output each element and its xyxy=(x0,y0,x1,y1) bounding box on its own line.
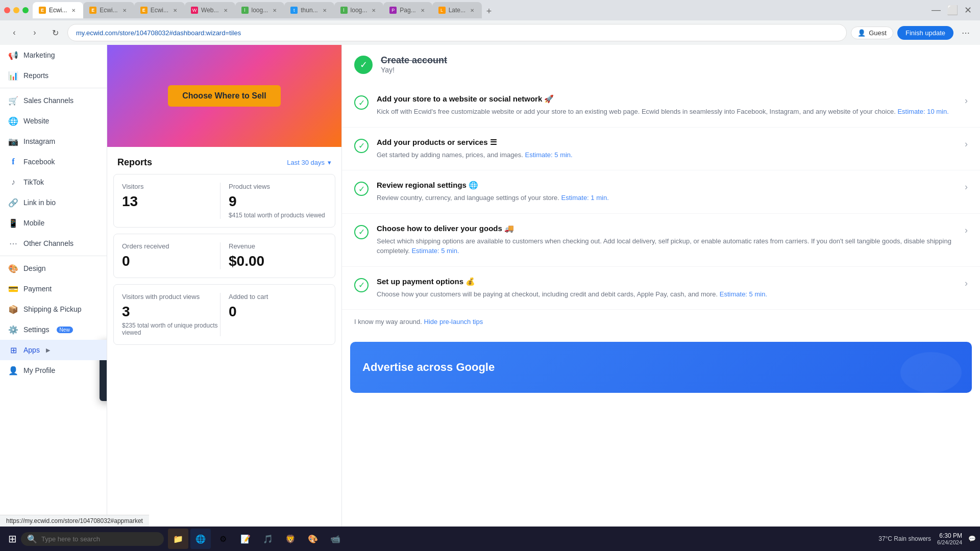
checklist-check-icon: ✓ xyxy=(354,182,369,196)
checklist-item-desc: Review country, currency, and language s… xyxy=(377,193,957,203)
instagram-icon: 📷 xyxy=(8,136,18,146)
visitors-label: Visitors xyxy=(122,183,220,190)
start-btn[interactable]: ⊞ xyxy=(4,531,21,547)
sidebar-item-website[interactable]: 🌐 Website xyxy=(0,111,107,131)
taskbar-app-zoom[interactable]: 📹 xyxy=(325,529,346,549)
extensions-btn[interactable]: ⋯ xyxy=(958,24,974,41)
sidebar-item-other-channels[interactable]: ⋯ Other Channels xyxy=(0,233,107,254)
taskbar-app-photoshop[interactable]: 🎨 xyxy=(303,529,323,549)
visitors-value: 13 xyxy=(122,193,220,210)
know-way-section: I know my way around. Hide pre-launch ti… xyxy=(342,310,980,334)
advertise-decoration xyxy=(900,352,962,393)
checklist-check-icon: ✓ xyxy=(354,95,369,110)
browser-tab[interactable]: E Ecwi... ✕ xyxy=(134,2,185,18)
checklist-item-title: Add your products or services ☰ xyxy=(377,138,957,147)
sidebar-item-payment[interactable]: 💳 Payment xyxy=(0,279,107,299)
stats-orders: Orders received 0 xyxy=(122,242,220,269)
hide-tips-link[interactable]: Hide pre-launch tips xyxy=(424,318,483,325)
guest-label: Guest xyxy=(869,29,887,37)
browser-tab[interactable]: P Pag... ✕ xyxy=(383,2,432,18)
tab-close-btn[interactable]: ✕ xyxy=(70,7,77,14)
my-profile-icon: 👤 xyxy=(8,365,18,375)
sidebar-item-design[interactable]: 🎨 Design xyxy=(0,258,107,279)
taskbar-app-spotify[interactable]: 🎵 xyxy=(258,529,278,549)
taskbar-app-chrome[interactable]: 🌐 xyxy=(190,529,211,549)
back-btn[interactable]: ‹ xyxy=(6,24,22,41)
sidebar-item-tiktok[interactable]: ♪ TikTok xyxy=(0,172,107,192)
visitors-with-views-sub: $235 total worth of unique products view… xyxy=(122,322,220,336)
taskbar-app-vscode[interactable]: 📝 xyxy=(235,529,256,549)
browser-tab[interactable]: l loog... ✕ xyxy=(235,2,285,18)
address-bar[interactable]: my.ecwid.com/store/104708032#dashboard:w… xyxy=(67,24,847,41)
checklist-item-payment[interactable]: ✓ Set up payment options 💰 Choose how yo… xyxy=(342,267,980,310)
taskbar-search-input[interactable] xyxy=(41,535,158,543)
dropdown-item-custom-dev[interactable]: Custom Development xyxy=(100,381,107,401)
checklist-item-delivery[interactable]: ✓ Choose how to deliver your goods 🚚 Sel… xyxy=(342,214,980,267)
taskbar-app-brave[interactable]: 🦁 xyxy=(280,529,301,549)
checklist-item-regional[interactable]: ✓ Review regional settings 🌐 Review coun… xyxy=(342,170,980,214)
dropdown-item-my-apps[interactable]: My Apps xyxy=(100,360,107,381)
sidebar-divider xyxy=(0,88,107,88)
revenue-label: Revenue xyxy=(229,242,327,250)
browser-tab[interactable]: t thun... ✕ xyxy=(284,2,334,18)
taskbar-app-file-explorer[interactable]: 📁 xyxy=(168,529,188,549)
sidebar-item-my-profile[interactable]: 👤 My Profile xyxy=(0,360,107,381)
tab-favicon: E xyxy=(39,7,46,14)
tab-close-btn[interactable]: ✕ xyxy=(321,7,328,14)
notification-icon[interactable]: 💬 xyxy=(968,535,976,542)
restore-icon[interactable]: ⬜ xyxy=(947,5,958,16)
sidebar-item-link-in-bio[interactable]: 🔗 Link in bio xyxy=(0,192,107,213)
close-icon[interactable]: ✕ xyxy=(964,5,972,16)
browser-tab[interactable]: L Late... ✕ xyxy=(432,2,482,18)
tab-close-btn[interactable]: ✕ xyxy=(419,7,426,14)
sidebar-item-apps[interactable]: ⊞ Apps ▶ xyxy=(0,340,107,360)
sidebar-item-settings[interactable]: ⚙️ Settings New xyxy=(0,319,107,340)
guest-btn[interactable]: 👤 Guest xyxy=(851,27,893,39)
checklist-item-website[interactable]: ✓ Add your store to a website or social … xyxy=(342,84,980,128)
choose-where-to-sell-btn[interactable]: Choose Where to Sell xyxy=(168,85,280,107)
tab-close-btn[interactable]: ✕ xyxy=(121,7,128,14)
checklist-item-desc: Select which shipping options are availa… xyxy=(377,236,957,256)
search-box[interactable]: 🔍 xyxy=(21,532,164,546)
tab-favicon: t xyxy=(290,7,298,14)
sidebar-item-facebook[interactable]: f Facebook xyxy=(0,152,107,172)
tab-close-btn[interactable]: ✕ xyxy=(172,7,179,14)
chevron-right-icon: › xyxy=(965,225,968,236)
sidebar-item-label: Other Channels xyxy=(23,239,74,247)
browser-tab[interactable]: l loog... ✕ xyxy=(334,2,384,18)
stats-visitors: Visitors 13 xyxy=(122,183,220,219)
date-display: 6/24/2024 xyxy=(937,539,962,545)
guest-icon: 👤 xyxy=(857,29,866,37)
forward-btn[interactable]: › xyxy=(27,24,43,41)
sidebar-item-instagram[interactable]: 📷 Instagram xyxy=(0,131,107,152)
checklist-check-icon: ✓ xyxy=(354,278,369,292)
sidebar-item-reports[interactable]: 📊 Reports xyxy=(0,65,107,86)
taskbar-app-terminal[interactable]: ⚙ xyxy=(213,529,233,549)
done-sub: Yay! xyxy=(381,66,447,74)
refresh-btn[interactable]: ↻ xyxy=(47,24,63,41)
advertise-banner: Advertise across Google xyxy=(350,342,972,393)
sidebar-item-label: Sales Channels xyxy=(23,96,74,105)
sidebar-item-marketing[interactable]: 📢 Marketing xyxy=(0,45,107,65)
checklist-item-title: Review regional settings 🌐 xyxy=(377,181,957,190)
advertise-title: Advertise across Google xyxy=(362,361,495,374)
checklist-item-products[interactable]: ✓ Add your products or services ☰ Get st… xyxy=(342,128,980,171)
browser-tab[interactable]: E Ecwi... ✕ xyxy=(83,2,134,18)
finish-update-btn[interactable]: Finish update xyxy=(897,26,953,40)
stats-card: Orders received 0 Revenue $0.00 xyxy=(113,234,335,278)
maximize-window-btn[interactable] xyxy=(22,7,29,13)
close-window-btn[interactable] xyxy=(4,7,10,13)
tab-close-btn[interactable]: ✕ xyxy=(370,7,377,14)
date-filter-btn[interactable]: Last 30 days ▾ xyxy=(287,159,331,166)
minimize-icon[interactable]: — xyxy=(932,5,941,16)
tab-close-btn[interactable]: ✕ xyxy=(271,7,278,14)
tab-close-btn[interactable]: ✕ xyxy=(469,7,476,14)
sidebar-item-sales-channels[interactable]: 🛒 Sales Channels xyxy=(0,90,107,111)
tab-close-btn[interactable]: ✕ xyxy=(222,7,229,14)
sidebar-item-shipping[interactable]: 📦 Shipping & Pickup xyxy=(0,299,107,319)
sidebar-item-mobile[interactable]: 📱 Mobile xyxy=(0,213,107,233)
minimize-window-btn[interactable] xyxy=(13,7,19,13)
active-tab[interactable]: E Ecwi... ✕ xyxy=(33,2,83,18)
browser-tab[interactable]: W Web... ✕ xyxy=(185,2,235,18)
add-tab-btn[interactable]: + xyxy=(482,4,496,18)
